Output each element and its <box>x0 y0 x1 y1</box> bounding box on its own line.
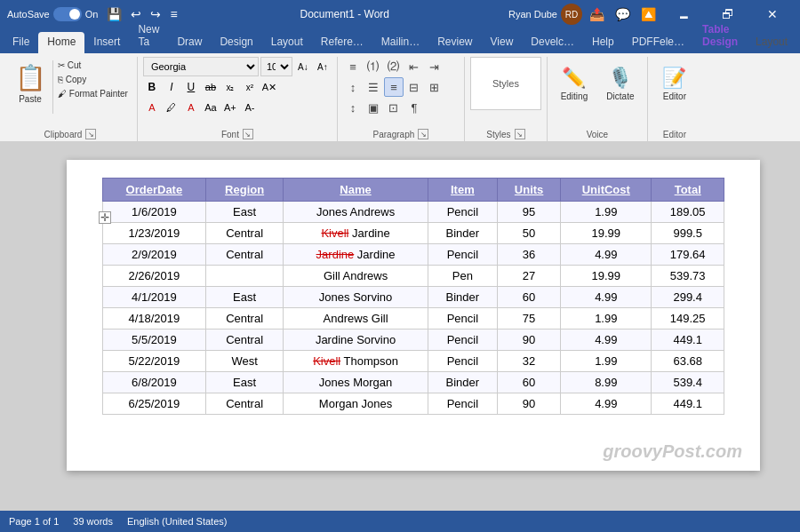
align-left-button[interactable]: ☰ <box>364 77 383 97</box>
bullets-button[interactable]: ≡ <box>343 57 363 76</box>
highlight-button[interactable]: 🖊 <box>163 99 180 116</box>
tab-help[interactable]: Help <box>583 32 623 53</box>
tab-design[interactable]: Design <box>211 32 261 53</box>
tab-mailings[interactable]: Mailin… <box>372 32 428 53</box>
tab-table-design[interactable]: Table Design <box>693 20 747 53</box>
table-row: 2/26/2019Gill AndrewsPen2719.99539.73 <box>103 266 724 287</box>
align-right-button[interactable]: ⊟ <box>404 77 424 97</box>
tab-references[interactable]: Refere… <box>312 32 372 53</box>
strikethrough-button[interactable]: ab <box>202 78 220 96</box>
change-case-button[interactable]: Aa <box>202 99 220 116</box>
word-count: 39 words <box>73 516 113 527</box>
justify-button[interactable]: ⊞ <box>425 77 444 97</box>
editor-content: 📝 Editor <box>653 57 696 128</box>
font-label: Font ↘ <box>143 127 332 141</box>
text-color-button[interactable]: A <box>143 99 161 116</box>
increase-indent-button[interactable]: ⇥ <box>425 57 444 76</box>
ribbon: 📋 Paste ✂ Cut ⎘ Copy 🖌 Format Painter Cl… <box>0 53 800 142</box>
borders-button[interactable]: ⊡ <box>384 98 404 117</box>
tab-draw[interactable]: Draw <box>168 32 211 53</box>
user-area[interactable]: Ryan Dube RD <box>508 4 582 25</box>
autosave-state: On <box>85 9 99 20</box>
title-bar: AutoSave On 💾 ↩ ↪ ≡ Document1 - Word Rya… <box>0 0 800 28</box>
font-size-dn-btn[interactable]: A- <box>241 99 259 116</box>
tab-layout[interactable]: Layout <box>262 32 312 53</box>
tab-layout2[interactable]: Layout <box>747 32 796 53</box>
save-icon[interactable]: 💾 <box>103 5 125 23</box>
cut-button[interactable]: ✂ Cut <box>54 59 132 72</box>
font-size-up-btn[interactable]: A+ <box>221 99 239 116</box>
font-size-select[interactable]: 10 <box>260 57 292 76</box>
strikethrough-text: Kivell <box>313 354 340 368</box>
voice-group: ✏️ Editing 🎙️ Dictate Voice <box>549 57 648 141</box>
editor-group: 📝 Editor Editor <box>650 57 701 141</box>
numbered-list-button[interactable]: ⑴ <box>364 57 383 76</box>
header-units: Units <box>498 179 561 202</box>
user-name: Ryan Dube <box>508 9 557 20</box>
underline-button[interactable]: U <box>182 78 200 96</box>
bold-button[interactable]: B <box>143 78 161 96</box>
table-row: 5/22/2019WestKivell ThompsonPencil321.99… <box>103 351 724 372</box>
line-spacing-button[interactable]: ↕ <box>343 98 363 117</box>
toggle-knob <box>69 9 80 20</box>
status-bar: Page 1 of 1 39 words English (United Sta… <box>0 511 800 532</box>
dictate-button[interactable]: 🎙️ Dictate <box>599 57 642 110</box>
format-painter-button[interactable]: 🖌 Format Painter <box>54 87 132 100</box>
tab-insert[interactable]: Insert <box>84 32 129 53</box>
decrease-indent-button[interactable]: ⇤ <box>404 57 424 76</box>
align-center-button[interactable]: ≡ <box>384 77 404 97</box>
table-row: 4/1/2019EastJones SorvinoBinder604.99299… <box>103 287 724 308</box>
avatar: RD <box>561 4 582 25</box>
font-row1: Georgia 10 A↓ A↑ <box>143 57 332 76</box>
page: ✛ OrderDate Region Name Item Units UnitC… <box>67 160 760 471</box>
page-info: Page 1 of 1 <box>9 516 59 527</box>
copy-button[interactable]: ⎘ Copy <box>54 73 132 86</box>
font-color-button[interactable]: A <box>182 99 200 116</box>
customize-icon[interactable]: ≡ <box>166 5 180 23</box>
ribbon-toggle-icon[interactable]: 🔼 <box>637 5 660 23</box>
clipboard-expand[interactable]: ↘ <box>85 129 96 139</box>
comments-icon[interactable]: 💬 <box>612 5 634 23</box>
paste-icon: 📋 <box>15 63 46 92</box>
autosave-toggle[interactable] <box>53 7 82 21</box>
multi-list-button[interactable]: ⑵ <box>384 57 404 76</box>
clipboard-content: 📋 Paste ✂ Cut ⎘ Copy 🖌 Format Painter <box>9 57 132 127</box>
subscript-button[interactable]: x₂ <box>221 78 239 96</box>
tab-view[interactable]: View <box>482 32 523 53</box>
close-button[interactable]: ✕ <box>752 0 793 28</box>
paste-label: Paste <box>19 94 42 104</box>
header-orderdate: OrderDate <box>103 179 206 202</box>
styles-gallery[interactable]: Styles <box>470 57 541 110</box>
superscript-button[interactable]: x² <box>241 78 259 96</box>
language: English (United States) <box>127 516 228 527</box>
shading-button[interactable]: ▣ <box>364 98 383 117</box>
show-para-button[interactable]: ¶ <box>404 98 424 117</box>
clear-format-button[interactable]: A✕ <box>260 78 278 96</box>
table-body: 1/6/2019EastJones AndrewsPencil951.99189… <box>103 202 724 415</box>
table-move-handle[interactable]: ✛ <box>99 211 111 224</box>
editing-button[interactable]: ✏️ Editing <box>553 57 596 110</box>
tab-developer[interactable]: Develc… <box>522 32 583 53</box>
decrease-font-btn[interactable]: A↓ <box>294 58 312 75</box>
editor-button[interactable]: 📝 Editor <box>653 57 696 110</box>
font-family-select[interactable]: Georgia <box>143 57 259 76</box>
tab-pdffele[interactable]: PDFFele… <box>623 32 693 53</box>
tab-review[interactable]: Review <box>428 32 481 53</box>
share-icon[interactable]: 📤 <box>586 5 608 23</box>
increase-font-btn[interactable]: A↑ <box>314 58 332 75</box>
tab-file[interactable]: File <box>4 32 38 53</box>
sort-button[interactable]: ↕ <box>343 77 363 97</box>
paste-button[interactable]: 📋 Paste <box>9 57 52 110</box>
font-expand[interactable]: ↘ <box>243 129 253 139</box>
styles-expand[interactable]: ↘ <box>515 129 525 139</box>
clipboard-group: 📋 Paste ✂ Cut ⎘ Copy 🖌 Format Painter Cl… <box>5 57 138 141</box>
paragraph-label: Paragraph ↘ <box>343 127 459 141</box>
tab-new[interactable]: New Ta <box>129 20 168 53</box>
paragraph-group: ≡ ⑴ ⑵ ⇤ ⇥ ↕ ☰ ≡ ⊟ ⊞ ↕ ▣ ⊡ ¶ Paragraph ↘ <box>340 57 465 141</box>
tab-home[interactable]: Home <box>38 32 84 53</box>
italic-button[interactable]: I <box>163 78 180 96</box>
para-expand[interactable]: ↘ <box>418 129 428 139</box>
header-unitcost: UnitCost <box>561 179 652 202</box>
strikethrough-text: Jardine <box>316 248 355 261</box>
styles-label-group: Styles ↘ <box>470 127 541 141</box>
